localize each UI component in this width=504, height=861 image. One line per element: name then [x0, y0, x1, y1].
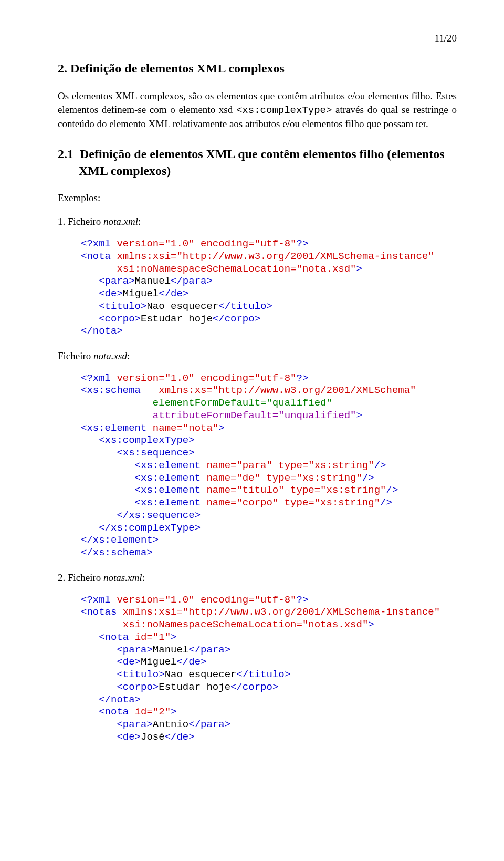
ex2-head-filename: notas.xml	[103, 572, 142, 583]
code-block-nota-xsd: <?xml version="1.0" encoding="utf-8"?> <…	[58, 372, 457, 559]
examples-label: Exemplos:	[58, 191, 457, 205]
inline-code-complextype: <xs:complexType>	[236, 105, 332, 116]
subsection-number: 2.1	[58, 147, 74, 161]
page-number: 11/20	[58, 32, 457, 45]
subsection-heading: 2.1 Definição de elementos XML que contê…	[58, 146, 457, 180]
code-block-notas-xml: <?xml version="1.0" encoding="utf-8"?> <…	[58, 594, 457, 744]
section-paragraph: Os elementos XML complexos, são os eleme…	[58, 89, 457, 131]
subsection-title: Definição de elementos XML que contêm el…	[79, 147, 445, 178]
ex2-head-pre: 2. Ficheiro	[58, 572, 103, 583]
ex1-xsd-head-post: :	[127, 350, 130, 361]
ex2-head-post: :	[142, 572, 144, 583]
ex1-head-filename: nota.xml	[103, 216, 138, 227]
example1-xml-heading: 1. Ficheiro nota.xml:	[58, 215, 457, 229]
ex1-head-post: :	[138, 216, 141, 227]
ex1-head-pre: 1. Ficheiro	[58, 216, 103, 227]
section-heading: 2. Definição de elementos XML complexos	[58, 60, 457, 77]
code-block-nota-xml: <?xml version="1.0" encoding="utf-8"?> <…	[58, 238, 457, 338]
example1-xsd-heading: Ficheiro nota.xsd:	[58, 349, 457, 363]
example2-xml-heading: 2. Ficheiro notas.xml:	[58, 571, 457, 585]
ex1-xsd-head-filename: nota.xsd	[93, 350, 127, 361]
ex1-xsd-head-pre: Ficheiro	[58, 350, 93, 361]
